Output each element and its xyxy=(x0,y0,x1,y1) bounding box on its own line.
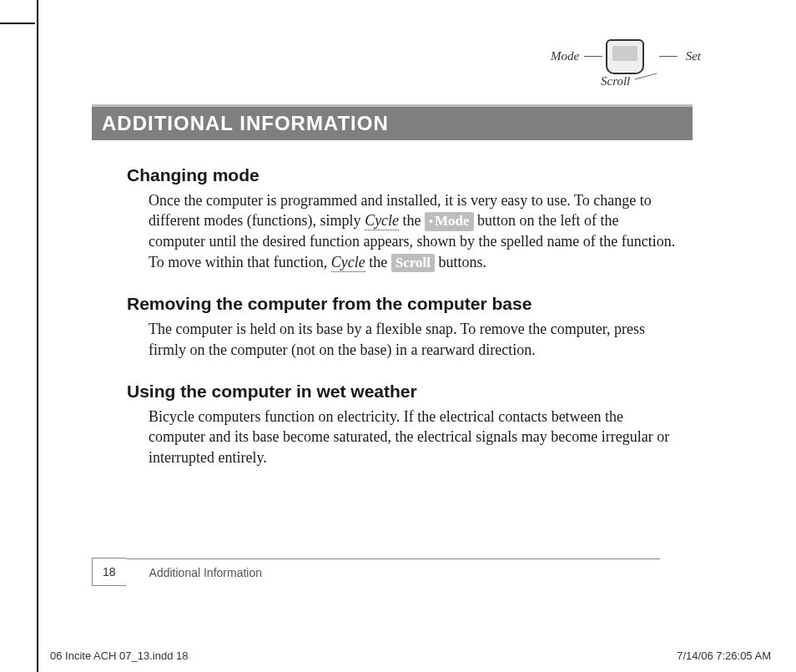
device-scroll-label: Scroll xyxy=(601,74,630,88)
content-body: Changing mode Once the computer is progr… xyxy=(127,165,678,467)
cycle-action: Cycle xyxy=(331,254,365,272)
subheading-removing: Removing the computer from the computer … xyxy=(127,294,678,314)
paragraph: Once the computer is programmed and inst… xyxy=(149,190,678,272)
document-meta: 06 Incite ACH 07_13.indd 18 7/14/06 7:26… xyxy=(50,649,771,662)
bullet-icon: • xyxy=(429,215,433,228)
page-number: 18 xyxy=(92,558,126,586)
callout-line xyxy=(659,56,678,57)
subheading-wet-weather: Using the computer in wet weather xyxy=(127,381,678,402)
paragraph: Bicycle computers function on electricit… xyxy=(149,407,678,467)
bike-computer-icon xyxy=(606,39,644,74)
pill-label: Mode xyxy=(435,213,470,229)
pill-label: Scroll xyxy=(395,255,431,270)
device-callout: Mode Set Scroll xyxy=(551,38,701,92)
crop-mark-h xyxy=(0,23,35,24)
device-mode-label: Mode xyxy=(551,49,579,63)
mode-button-pill: •Mode xyxy=(425,212,473,231)
text: the xyxy=(365,254,391,270)
scroll-button-pill: Scroll xyxy=(391,254,435,273)
device-set-label: Set xyxy=(686,49,701,63)
page-footer: 18Additional Information xyxy=(92,558,693,586)
meta-filename: 06 Incite ACH 07_13.indd 18 xyxy=(50,649,189,662)
callout-line xyxy=(584,56,602,57)
crop-mark-v xyxy=(37,0,38,672)
text: buttons. xyxy=(435,254,486,270)
paragraph: The computer is held on its base by a fl… xyxy=(149,319,678,360)
page-content: Mode Set Scroll ADDITIONAL INFORMATION C… xyxy=(92,46,726,467)
text: the xyxy=(399,212,425,229)
section-header: ADDITIONAL INFORMATION xyxy=(92,104,693,140)
subheading-changing-mode: Changing mode xyxy=(127,165,678,185)
footer-label: Additional Information xyxy=(126,558,660,586)
cycle-action: Cycle xyxy=(365,212,399,230)
meta-timestamp: 7/14/06 7:26:05 AM xyxy=(677,649,771,662)
